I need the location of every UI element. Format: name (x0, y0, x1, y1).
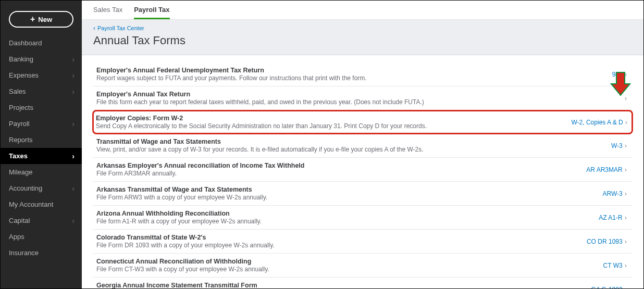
form-link[interactable]: AR AR3MAR› (586, 166, 627, 173)
forms-list: Employer's Annual Federal Unemployment T… (82, 55, 643, 288)
sidebar-item-reports[interactable]: Reports (1, 132, 82, 148)
sidebar-item-expenses[interactable]: Expenses› (1, 67, 82, 83)
chevron-right-icon: › (72, 56, 75, 63)
chevron-right-icon: › (72, 185, 75, 192)
form-title: Arkansas Transmittal of Wage and Tax Sta… (96, 186, 592, 193)
chevron-right-icon: › (72, 88, 75, 95)
form-row[interactable]: Georgia Annual Income Statement Transmit… (93, 278, 632, 288)
sidebar-item-payroll[interactable]: Payroll› (1, 116, 82, 132)
form-title: Arizona Annual Withholding Reconciliatio… (96, 210, 588, 217)
form-desc: File Form AR3MAR annually. (96, 170, 576, 177)
form-row[interactable]: Connecticut Annual Reconciliation of Wit… (93, 254, 632, 278)
form-row-highlighted[interactable]: Employer Copies: Form W-2 Send Copy A el… (92, 110, 633, 134)
tab-payroll-tax[interactable]: Payroll Tax (134, 6, 169, 19)
main-content: Sales Tax Payroll Tax ‹ Payroll Tax Cent… (82, 1, 643, 288)
chevron-right-icon: › (625, 70, 627, 78)
app-frame: + New Dashboard Banking› Expenses› Sales… (0, 0, 644, 289)
chevron-right-icon: › (72, 153, 75, 160)
tab-bar: Sales Tax Payroll Tax (82, 1, 643, 20)
form-title: Employer's Annual Federal Unemployment T… (96, 67, 602, 74)
chevron-right-icon: › (625, 118, 627, 126)
chevron-right-icon: › (625, 261, 627, 269)
new-button[interactable]: + New (9, 11, 73, 28)
sidebar-item-mileage[interactable]: Mileage (1, 164, 82, 180)
form-link[interactable]: AZ A1-R› (599, 213, 627, 221)
form-desc: File Form CT-W3 with a copy of your empl… (96, 266, 593, 273)
form-title: Arkansas Employer's Annual reconciliatio… (96, 162, 576, 169)
chevron-right-icon: › (625, 94, 627, 102)
form-desc: File form A1-R with a copy of your emplo… (96, 218, 588, 225)
sidebar-item-sales[interactable]: Sales› (1, 83, 82, 99)
sidebar-item-banking[interactable]: Banking› (1, 51, 82, 67)
form-title: Transmittal of Wage and Tax Statements (96, 138, 601, 145)
chevron-right-icon: › (625, 213, 627, 221)
form-title: Connecticut Annual Reconciliation of Wit… (96, 258, 593, 265)
breadcrumb[interactable]: ‹ Payroll Tax Center (93, 24, 144, 32)
sidebar-item-dashboard[interactable]: Dashboard (1, 35, 82, 51)
page-title: Annual Tax Forms (93, 34, 632, 47)
form-row[interactable]: Arkansas Transmittal of Wage and Tax Sta… (93, 182, 632, 206)
sidebar-item-projects[interactable]: Projects (1, 99, 82, 116)
form-row[interactable]: Employer's Annual Tax Return File this f… (93, 86, 632, 110)
sidebar-item-my-accountant[interactable]: My Accountant (1, 196, 82, 212)
tab-sales-tax[interactable]: Sales Tax (93, 6, 122, 19)
form-row[interactable]: Arkansas Employer's Annual reconciliatio… (93, 158, 632, 182)
plus-icon: + (30, 15, 35, 23)
chevron-left-icon: ‹ (93, 24, 95, 32)
chevron-right-icon: › (625, 237, 627, 245)
new-button-label: New (38, 16, 52, 23)
form-link[interactable]: GA G-1003› (591, 285, 627, 288)
sidebar-item-taxes[interactable]: Taxes› (1, 148, 82, 164)
form-link[interactable]: W-3› (611, 142, 627, 149)
breadcrumb-label: Payroll Tax Center (97, 25, 144, 31)
form-title: Georgia Annual Income Statement Transmit… (96, 282, 581, 288)
form-row[interactable]: Colorado Transmittal of State W-2's File… (93, 230, 632, 254)
page-header: ‹ Payroll Tax Center Annual Tax Forms (82, 20, 643, 55)
form-link[interactable]: ARW-3› (602, 190, 627, 197)
form-title: Employer Copies: Form W-2 (96, 115, 561, 122)
chevron-right-icon: › (625, 190, 627, 197)
form-desc: File Form ARW3 with a copy of your emplo… (96, 194, 592, 201)
left-sidebar: + New Dashboard Banking› Expenses› Sales… (1, 1, 82, 288)
form-desc: File Form DR 1093 with a copy of your em… (96, 242, 576, 249)
form-desc: View, print, and/or save a copy of W-3 f… (96, 146, 601, 153)
chevron-right-icon: › (72, 72, 75, 79)
sidebar-item-insurance[interactable]: Insurance (1, 245, 82, 261)
form-link[interactable]: CT W3› (603, 261, 627, 269)
form-row[interactable]: Employer's Annual Federal Unemployment T… (93, 62, 632, 86)
sidebar-item-accounting[interactable]: Accounting› (1, 180, 82, 196)
form-link[interactable]: 940› (612, 70, 627, 78)
chevron-right-icon: › (625, 166, 627, 173)
form-row[interactable]: Transmittal of Wage and Tax Statements V… (93, 134, 632, 158)
form-link[interactable]: CO DR 1093› (587, 237, 627, 245)
form-row[interactable]: Arizona Annual Withholding Reconciliatio… (93, 206, 632, 230)
form-link[interactable]: › (623, 94, 627, 102)
form-title: Employer's Annual Tax Return (96, 91, 612, 98)
chevron-right-icon: › (72, 217, 75, 224)
form-desc: Send Copy A electronically to the Social… (96, 122, 561, 130)
form-link[interactable]: W-2, Copies A & D› (572, 118, 628, 126)
form-desc: Report wages subject to FUTA and your pa… (96, 74, 602, 82)
chevron-right-icon: › (625, 285, 627, 288)
sidebar-item-capital[interactable]: Capital› (1, 212, 82, 229)
chevron-right-icon: › (72, 120, 75, 128)
form-title: Colorado Transmittal of State W-2's (96, 234, 576, 241)
form-desc: File this form each year to report feder… (96, 98, 612, 106)
chevron-right-icon: › (625, 142, 627, 149)
sidebar-item-apps[interactable]: Apps (1, 229, 82, 245)
